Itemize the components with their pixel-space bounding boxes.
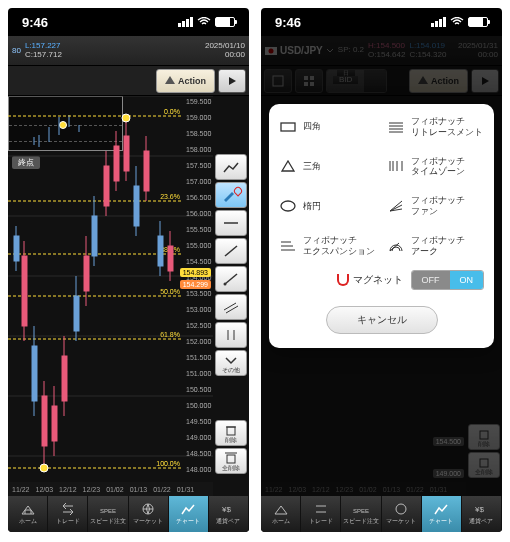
status-bar: 9:46 bbox=[261, 8, 502, 36]
svg-text:149.000: 149.000 bbox=[186, 434, 211, 441]
nav-home[interactable]: ホーム bbox=[8, 496, 48, 532]
status-time: 9:46 bbox=[22, 15, 48, 30]
bottom-nav: ホーム トレード SPEEDスピード注文 マーケット チャート ¥$通貨ペア bbox=[261, 496, 502, 532]
nav-market[interactable]: マーケット bbox=[129, 496, 169, 532]
tool-trend-icon[interactable] bbox=[215, 154, 247, 180]
svg-rect-93 bbox=[227, 455, 235, 463]
nav-market[interactable]: マーケット bbox=[382, 496, 422, 532]
shape-fib-arc[interactable]: フィボナッチ アーク bbox=[387, 235, 485, 257]
info-time: 00:00 bbox=[205, 51, 245, 60]
drawing-tools: その他 削除 全削除 bbox=[215, 154, 247, 474]
shape-ellipse[interactable]: 楕円 bbox=[279, 195, 377, 217]
shape-fib-retracement[interactable]: フィボナッチ リトレースメント bbox=[387, 116, 485, 138]
svg-text:151.500: 151.500 bbox=[186, 354, 211, 361]
tool-channel-icon[interactable] bbox=[215, 294, 247, 320]
wifi-icon bbox=[197, 17, 211, 27]
shape-rectangle[interactable]: 四角 bbox=[279, 116, 377, 138]
svg-line-88 bbox=[226, 306, 238, 313]
shape-fib-expansion[interactable]: フィボナッチ エクスパンション bbox=[279, 235, 377, 257]
tool-delete-button[interactable]: 削除 bbox=[215, 420, 247, 446]
svg-rect-91 bbox=[227, 427, 235, 435]
tool-pencil-icon[interactable] bbox=[215, 182, 247, 208]
phone-left: 9:46 80 L:157.227 C:157.712 2025/01/10 0… bbox=[8, 8, 249, 532]
wifi-icon bbox=[450, 17, 464, 27]
nav-trade[interactable]: トレード bbox=[48, 496, 88, 532]
info-bar: 80 L:157.227 C:157.712 2025/01/10 00:00 bbox=[8, 36, 249, 66]
fib-expansion-icon bbox=[279, 237, 297, 255]
fib-arc-icon bbox=[387, 237, 405, 255]
svg-text:SPEED: SPEED bbox=[100, 508, 116, 514]
nav-speed[interactable]: SPEEDスピード注文 bbox=[341, 496, 381, 532]
svg-text:150.000: 150.000 bbox=[186, 402, 211, 409]
svg-text:¥$: ¥$ bbox=[474, 505, 484, 514]
tool-more-button[interactable]: その他 bbox=[215, 350, 247, 376]
fib-fan-icon bbox=[387, 197, 405, 215]
tool-delete-all-button[interactable]: 全削除 bbox=[215, 448, 247, 474]
tool-vertical-icon[interactable] bbox=[215, 322, 247, 348]
svg-text:157.500: 157.500 bbox=[186, 162, 211, 169]
nav-pairs[interactable]: ¥$通貨ペア bbox=[462, 496, 502, 532]
svg-text:153.500: 153.500 bbox=[186, 290, 211, 297]
nav-speed[interactable]: SPEEDスピード注文 bbox=[88, 496, 128, 532]
status-time: 9:46 bbox=[275, 15, 301, 30]
svg-point-126 bbox=[396, 504, 406, 514]
svg-text:155.000: 155.000 bbox=[186, 242, 211, 249]
svg-line-84 bbox=[225, 246, 237, 256]
svg-text:50.0%: 50.0% bbox=[160, 288, 180, 295]
shape-fib-timezone[interactable]: フィボナッチ タイムゾーン bbox=[387, 156, 485, 178]
chart-area[interactable]: 終点 0.0% 23.6% 38.2% 50.0% 61. bbox=[8, 96, 249, 496]
battery-icon bbox=[468, 17, 488, 27]
nav-trade[interactable]: トレード bbox=[301, 496, 341, 532]
svg-point-86 bbox=[224, 283, 227, 286]
status-indicators bbox=[431, 17, 488, 27]
svg-text:158.500: 158.500 bbox=[186, 130, 211, 137]
nav-pairs[interactable]: ¥$通貨ペア bbox=[209, 496, 249, 532]
svg-text:100.0%: 100.0% bbox=[156, 460, 180, 467]
status-bar: 9:46 bbox=[8, 8, 249, 36]
svg-text:157.000: 157.000 bbox=[186, 178, 211, 185]
nav-chart[interactable]: チャート bbox=[169, 496, 209, 532]
svg-line-85 bbox=[225, 274, 237, 284]
svg-line-87 bbox=[224, 303, 236, 310]
svg-text:154.500: 154.500 bbox=[186, 258, 211, 265]
cancel-button[interactable]: キャンセル bbox=[326, 306, 438, 334]
svg-text:155.500: 155.500 bbox=[186, 226, 211, 233]
candlestick-chart[interactable]: 0.0% 23.6% 38.2% 50.0% 61.8% 100.0% bbox=[8, 96, 213, 482]
svg-text:153.000: 153.000 bbox=[186, 306, 211, 313]
shape-triangle[interactable]: 三角 bbox=[279, 156, 377, 178]
svg-text:¥$: ¥$ bbox=[221, 505, 231, 514]
ellipse-icon bbox=[279, 197, 297, 215]
rectangle-icon bbox=[279, 118, 297, 136]
magnet-toggle-row: マグネット OFF ON bbox=[279, 270, 484, 290]
signal-icon bbox=[178, 17, 193, 27]
svg-text:61.8%: 61.8% bbox=[160, 331, 180, 338]
svg-text:23.6%: 23.6% bbox=[160, 193, 180, 200]
status-indicators bbox=[178, 17, 235, 27]
tool-ray-icon[interactable] bbox=[215, 266, 247, 292]
tool-hline-icon[interactable] bbox=[215, 210, 247, 236]
svg-text:148.500: 148.500 bbox=[186, 450, 211, 457]
phone-right: 9:46 USD/JPY SP: 0.2 H:154.500 O:154.642… bbox=[261, 8, 502, 532]
svg-point-57 bbox=[122, 114, 130, 122]
shape-fib-fan[interactable]: フィボナッチ ファン bbox=[387, 195, 485, 217]
signal-icon bbox=[431, 17, 446, 27]
tool-line-icon[interactable] bbox=[215, 238, 247, 264]
svg-text:152.000: 152.000 bbox=[186, 338, 211, 345]
svg-text:159.000: 159.000 bbox=[186, 114, 211, 121]
fib-timezone-icon bbox=[387, 157, 405, 175]
svg-text:156.500: 156.500 bbox=[186, 194, 211, 201]
svg-text:149.500: 149.500 bbox=[186, 418, 211, 425]
bottom-nav: ホーム トレード SPEEDスピード注文 マーケット チャート ¥$通貨ペア bbox=[8, 496, 249, 532]
magnet-switch[interactable]: OFF ON bbox=[411, 270, 485, 290]
svg-text:159.500: 159.500 bbox=[186, 98, 211, 105]
svg-point-58 bbox=[40, 464, 48, 472]
svg-text:152.500: 152.500 bbox=[186, 322, 211, 329]
shape-picker-modal: 四角 フィボナッチ リトレースメント 三角 フィボナッチ タイムゾーン 楕円 フ… bbox=[269, 104, 494, 348]
svg-point-117 bbox=[281, 201, 295, 211]
nav-chart[interactable]: チャート bbox=[422, 496, 462, 532]
triangle-icon bbox=[279, 157, 297, 175]
nav-home[interactable]: ホーム bbox=[261, 496, 301, 532]
action-button[interactable]: Action bbox=[156, 69, 215, 93]
svg-text:148.000: 148.000 bbox=[186, 466, 211, 473]
play-button[interactable] bbox=[218, 69, 246, 93]
